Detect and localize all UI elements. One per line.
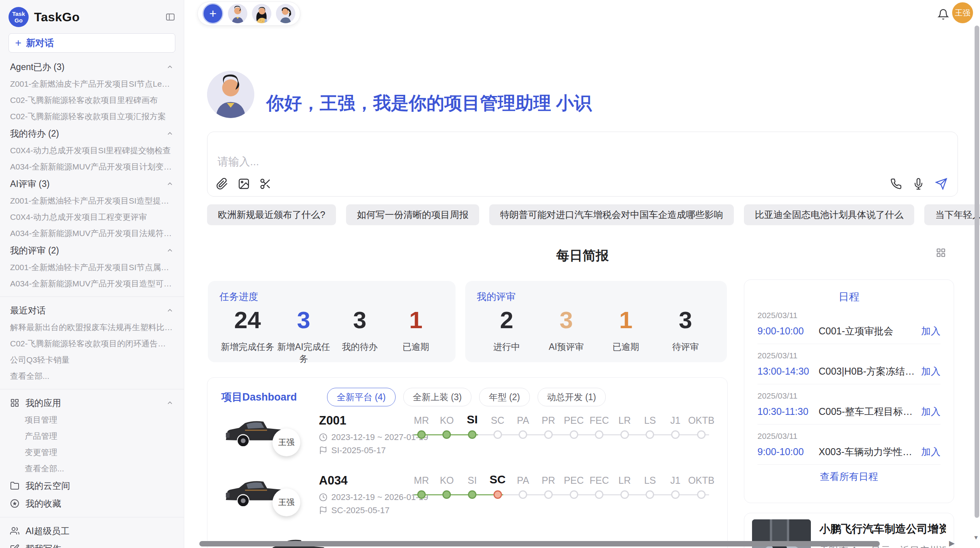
sidebar-chat-item[interactable]: A034-全新新能源MUV产品开发项目计划变更表编写 xyxy=(0,159,184,175)
horizontal-scrollbar[interactable] xyxy=(199,541,880,546)
milestone-pa[interactable]: PA xyxy=(511,411,536,439)
milestone-oktb[interactable]: OKTB xyxy=(688,471,714,499)
sidebar-item-favorites[interactable]: 我的收藏 xyxy=(0,495,184,512)
phone-icon[interactable] xyxy=(890,178,902,190)
my-apps-label: 我的应用 xyxy=(26,397,61,409)
attachment-icon[interactable] xyxy=(216,178,228,190)
milestone-lr[interactable]: LR xyxy=(612,471,637,499)
send-icon[interactable] xyxy=(935,178,947,190)
milestone-sc[interactable]: SC xyxy=(485,411,511,439)
suggestion-chip[interactable]: 如何写一份清晰的项目周报 xyxy=(346,204,479,225)
sidebar-item-cloud-space[interactable]: 我的云空间 xyxy=(0,477,184,495)
section-heading-my-review[interactable]: 我的评审 (2) xyxy=(0,241,184,259)
sidebar-chat-item[interactable]: C02-飞腾新能源轻客改款项目里程碑画布 xyxy=(0,92,184,108)
milestone-pec[interactable]: PEC xyxy=(561,471,587,499)
tab-powertrain[interactable]: 动总开发 (1) xyxy=(538,388,606,406)
milestone-sc[interactable]: SC xyxy=(485,471,511,499)
scissors-icon[interactable] xyxy=(259,178,272,190)
favorites-label: 我的收藏 xyxy=(26,498,61,510)
milestone-si[interactable]: SI xyxy=(459,411,485,439)
milestone-pr[interactable]: PR xyxy=(536,411,561,439)
milestone-mr[interactable]: MR xyxy=(409,471,434,499)
sidebar-item-help-write[interactable]: 帮我写作 xyxy=(0,540,184,548)
app-item-change-mgmt[interactable]: 变更管理 xyxy=(0,444,184,461)
image-icon[interactable] xyxy=(238,178,250,190)
agent-avatar-3[interactable] xyxy=(276,4,295,23)
milestone-j1[interactable]: J1 xyxy=(663,411,688,439)
suggestion-chip[interactable]: 特朗普可能对进口汽车增税会对中国车企造成哪些影响 xyxy=(489,204,734,225)
sidebar-item-my-apps[interactable]: 我的应用 xyxy=(0,394,184,412)
join-meeting-link[interactable]: 加入 xyxy=(921,445,941,458)
sidebar-chat-item[interactable]: C0X4-动力总成开发项目工程变更评审 xyxy=(0,209,184,225)
milestone-fec[interactable]: FEC xyxy=(586,411,612,439)
sidebar-chat-item[interactable]: Z001-全新燃油皮卡产品开发项目SI节点Lesson Learn报告 xyxy=(0,76,184,92)
tab-new-platform[interactable]: 全新平台 (4) xyxy=(327,388,396,406)
view-all-schedule-link[interactable]: 查看所有日程 xyxy=(757,470,941,483)
join-meeting-link[interactable]: 加入 xyxy=(921,325,941,337)
schedule-date: 2025/03/11 xyxy=(757,351,941,360)
section-title: AI评审 (3) xyxy=(10,178,50,190)
milestone-pa[interactable]: PA xyxy=(511,471,536,499)
sidebar-chat-item[interactable]: C02-飞腾新能源轻客改款项目立项汇报方案 xyxy=(0,108,184,125)
project-row[interactable]: 王强 A034 2023-12-19 ~ 2026-01-19 SC-2025-… xyxy=(207,471,727,529)
sidebar-item-ai-staff[interactable]: AI超级员工 xyxy=(0,522,184,540)
milestone-pr[interactable]: PR xyxy=(536,471,561,499)
recent-chat-item[interactable]: C02-飞腾新能源轻客改款项目的闭环通告反馈情况 xyxy=(0,336,184,352)
milestone-oktb[interactable]: OKTB xyxy=(688,411,714,439)
milestone-si[interactable]: SI xyxy=(459,471,485,499)
schedule-entry: 2025/03/11 9:00-10:00 X003-车辆动力学性能验... 加… xyxy=(757,425,941,465)
sidebar-collapse-icon[interactable] xyxy=(165,12,175,22)
chat-input-box[interactable]: 请输入... xyxy=(207,132,958,197)
join-meeting-link[interactable]: 加入 xyxy=(921,365,941,378)
vertical-scrollbar[interactable] xyxy=(975,26,979,518)
briefing-layout-icon[interactable] xyxy=(936,248,946,258)
sidebar-chat-item[interactable]: A034-全新新能源MUV产品开发项目造型可行性评审 xyxy=(0,276,184,292)
join-meeting-link[interactable]: 加入 xyxy=(921,405,941,418)
milestone-lr[interactable]: LR xyxy=(612,411,637,439)
milestone-mr[interactable]: MR xyxy=(409,411,434,439)
agent-avatar-2[interactable] xyxy=(252,4,271,23)
tab-model-year[interactable]: 年型 (2) xyxy=(479,388,530,406)
scroll-down-arrow-icon[interactable]: ▼ xyxy=(973,534,979,541)
section-heading-recent[interactable]: 最近对话 xyxy=(0,301,184,319)
schedule-meeting-title: X003-车辆动力学性能验... xyxy=(819,445,917,458)
milestone-ko[interactable]: KO xyxy=(434,471,460,499)
section-heading-my-todo[interactable]: 我的待办 (2) xyxy=(0,125,184,142)
stat-overdue: 1 已逾期 xyxy=(388,307,444,365)
milestone-label: KO xyxy=(440,471,454,486)
section-heading-ai-review[interactable]: AI评审 (3) xyxy=(0,175,184,193)
recent-chat-item[interactable]: 解释最新出台的欧盟报废车法规再生塑料比例被调至15%... xyxy=(0,319,184,336)
recent-view-all[interactable]: 查看全部... xyxy=(0,368,184,384)
project-row[interactable]: 王强 Z001 2023-12-19 ~ 2027-01-19 SI-2025-… xyxy=(207,411,727,469)
sidebar-chat-item[interactable]: C0X4-动力总成开发项目SI里程碑提交物检查 xyxy=(0,142,184,159)
add-agent-button[interactable]: + xyxy=(202,3,223,24)
app-item-project-mgmt[interactable]: 项目管理 xyxy=(0,412,184,428)
user-avatar[interactable]: 王强 xyxy=(952,2,973,23)
suggestion-chip[interactable]: 欧洲新规最近颁布了什么? xyxy=(207,204,336,225)
sidebar-chat-item[interactable]: A034-全新新能源MUV产品开发项目法规符合性评审 xyxy=(0,225,184,241)
scroll-right-arrow-icon[interactable]: ▶ xyxy=(949,539,955,548)
milestone-label: J1 xyxy=(670,471,680,486)
milestone-ls[interactable]: LS xyxy=(637,471,663,499)
milestone-pec[interactable]: PEC xyxy=(561,411,587,439)
sidebar-chat-item[interactable]: Z001-全新燃油轻卡产品开发项目SI节点属性5D文件评审 xyxy=(0,259,184,276)
sidebar-chat-item[interactable]: Z001-全新燃油轻卡产品开发项目SI造型提交物评审 xyxy=(0,193,184,209)
tab-new-body[interactable]: 全新上装 (3) xyxy=(403,388,472,406)
input-toolbar-left xyxy=(216,178,272,190)
new-chat-button[interactable]: + 新对话 xyxy=(9,33,175,53)
milestone-j1[interactable]: J1 xyxy=(663,471,688,499)
notification-bell-icon[interactable] xyxy=(937,9,949,20)
app-window: Task Go TaskGo + 新对话 Agent已办 (3) Z001-全新… xyxy=(0,0,980,548)
suggestion-chip[interactable]: 当下年轻人对汽车外观有怎样的喜好趋势 xyxy=(924,204,980,225)
app-item-product-mgmt[interactable]: 产品管理 xyxy=(0,428,184,444)
microphone-icon[interactable] xyxy=(913,178,924,190)
section-heading-agent-done[interactable]: Agent已办 (3) xyxy=(0,58,184,76)
milestone-ko[interactable]: KO xyxy=(434,411,460,439)
recent-chat-item[interactable]: 公司Q3轻卡销量 xyxy=(0,352,184,368)
schedule-meeting-title: C003|H0B-方案冻结评审 xyxy=(819,365,917,378)
milestone-ls[interactable]: LS xyxy=(637,411,663,439)
milestone-fec[interactable]: FEC xyxy=(586,471,612,499)
apps-view-all[interactable]: 查看全部... xyxy=(0,461,184,477)
suggestion-chip[interactable]: 比亚迪全固态电池计划具体说了什么 xyxy=(744,204,914,225)
agent-avatar-1[interactable] xyxy=(228,4,247,23)
